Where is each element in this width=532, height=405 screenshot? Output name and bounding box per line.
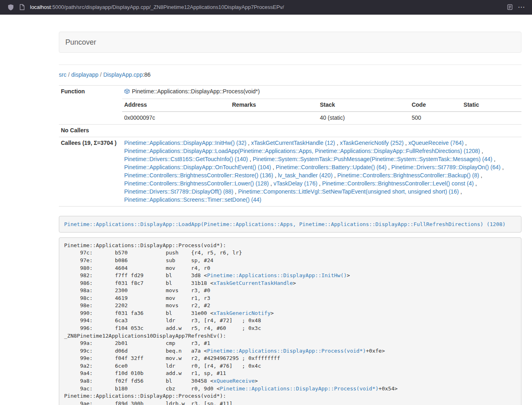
callee-separator: , [271,164,276,170]
divider [59,65,521,65]
callee-link[interactable]: Pinetime::System::SystemTask::PushMessag… [253,156,493,162]
callee-link[interactable]: Pinetime::Drivers::Cst816S::GetTouchInfo… [124,156,248,162]
disassembly: Pinetime::Applications::DisplayApp::Proc… [59,237,521,405]
callee-link[interactable]: vTaskDelay (176) [274,180,317,187]
callee-link[interactable]: Pinetime::Applications::Screens::Timer::… [124,196,261,203]
callee-separator: , [501,164,504,170]
address-value: 0x0000097c [122,112,230,124]
function-icon [124,88,130,97]
highlighted-symbol-link[interactable]: Pinetime::Applications::DisplayApp::Load… [64,221,506,227]
page: Puncover src/displayapp/DisplayApp.cpp:8… [59,15,521,405]
callee-link[interactable]: Pinetime::Controllers::BrightnessControl… [337,172,479,179]
breadcrumb-line-number: :86 [143,71,151,78]
callee-separator: , [273,172,278,179]
callee-link[interactable]: Pinetime::Controllers::BrightnessControl… [322,180,474,187]
function-row: Function Pinetime::Applications::Display… [59,86,521,99]
highlighted-symbol-box: Pinetime::Applications::DisplayApp::Load… [59,216,521,233]
callee-link[interactable]: Pinetime::Controllers::BrightnessControl… [124,180,269,187]
callees-list: Pinetime::Applications::DisplayApp::Init… [122,137,521,206]
browser-chrome: localhost:5000/path/src/displayapp/Displ… [0,0,532,15]
remarks-value [230,112,318,124]
function-name: Pinetime::Applications::DisplayApp::Proc… [132,88,260,95]
callee-link[interactable]: lv_task_handler (420) [278,172,333,179]
callee-link[interactable]: Pinetime::Controllers::Battery::Update()… [276,164,387,170]
column-address: Address [122,99,230,112]
callee-link[interactable]: Pinetime::Applications::DisplayApp::Init… [124,140,246,146]
callee-separator: , [474,180,477,187]
callee-link[interactable]: Pinetime::Applications::DisplayApp::Load… [124,148,480,154]
callee-separator: , [459,188,462,195]
column-stack: Stack [318,99,409,112]
callee-link[interactable]: Pinetime::Drivers::St7789::DisplayOff() … [124,188,233,195]
breadcrumb-link-file[interactable]: DisplayApp.cpp [103,71,142,78]
details-row: Address Remarks Stack Code Static 0x0000… [59,99,521,124]
callee-link[interactable]: Pinetime::Components::LittleVgl::SetNewT… [238,188,459,195]
details-values-row: 0x0000097c 40 (static) 500 [122,112,521,124]
reader-mode-icon[interactable] [504,2,515,13]
function-row-label: Function [59,86,122,125]
disassembly-symbol-link[interactable]: xTaskGenericNotify [213,310,271,316]
callee-separator: , [333,172,338,179]
callee-link[interactable]: Pinetime::Drivers::St7789::DisplayOn() (… [391,164,500,170]
callees-label: Callees (19, Σ=3704 ) [59,137,122,206]
url-bar[interactable]: localhost:5000/path/src/displayapp/Displ… [30,4,504,10]
overflow-menu-icon[interactable]: ⋯ [515,4,527,11]
callee-separator: , [480,148,483,154]
breadcrumb-separator: / [68,71,70,78]
callee-separator: , [479,172,482,179]
callee-separator: , [492,156,495,162]
symbol-table: Function Pinetime::Applications::Display… [59,85,521,207]
callee-link[interactable]: xQueueReceive (764) [408,140,463,146]
details-header-row: Address Remarks Stack Code Static [122,99,521,112]
brand-link[interactable]: Puncover [65,38,96,47]
shield-icon[interactable] [5,2,16,13]
page-info-icon[interactable] [16,2,28,13]
callees-row: Callees (19, Σ=3704 ) Pinetime::Applicat… [59,137,521,206]
breadcrumb-separator: / [100,71,102,78]
callee-separator: , [248,156,253,162]
column-code: Code [409,99,461,112]
stack-value: 40 (static) [318,112,409,124]
no-callers-row: No Callers [59,124,521,137]
no-callers-label: No Callers [59,124,122,137]
callee-separator: , [463,140,467,146]
disassembly-symbol-link[interactable]: Pinetime::Applications::DisplayApp::Proc… [220,386,379,392]
no-callers-cell [122,124,521,137]
callee-link[interactable]: xTaskGenericNotify (252) [340,140,403,146]
code-value: 500 [409,112,461,124]
url-host: localhost [30,4,51,10]
callee-separator: , [233,188,238,195]
callee-separator: , [269,180,274,187]
callee-separator: , [404,140,409,146]
function-name-cell: Pinetime::Applications::DisplayApp::Proc… [122,86,521,99]
static-value [461,112,521,124]
callee-link[interactable]: Pinetime::Controllers::BrightnessControl… [124,172,273,179]
url-path: :5000/path/src/displayapp/DisplayApp.cpp… [51,4,284,10]
disassembly-symbol-link[interactable]: Pinetime::Applications::DisplayApp::Proc… [207,348,366,354]
symbol-details-cell: Address Remarks Stack Code Static 0x0000… [122,99,521,124]
breadcrumb-link-displayapp[interactable]: displayapp [71,71,99,78]
callee-separator: , [335,140,340,146]
callee-separator: , [246,140,251,146]
symbol-details-table: Address Remarks Stack Code Static 0x0000… [122,99,521,124]
column-remarks: Remarks [230,99,318,112]
column-static: Static [461,99,521,112]
callee-separator: , [317,180,322,187]
breadcrumb: src/displayapp/DisplayApp.cpp:86 [59,71,521,79]
disassembly-symbol-link[interactable]: Pinetime::Applications::DisplayApp::Init… [207,272,347,278]
callee-link[interactable]: xTaskGetCurrentTaskHandle (12) [251,140,335,146]
disassembly-symbol-link[interactable]: xTaskGetCurrentTaskHandle [213,280,293,286]
callee-link[interactable]: Pinetime::Applications::DisplayApp::OnTo… [124,164,271,170]
disassembly-symbol-link[interactable]: xQueueReceive [213,378,255,384]
navbar: Puncover [59,32,521,53]
callee-separator: , [387,164,392,170]
breadcrumb-link-src[interactable]: src [59,71,67,78]
